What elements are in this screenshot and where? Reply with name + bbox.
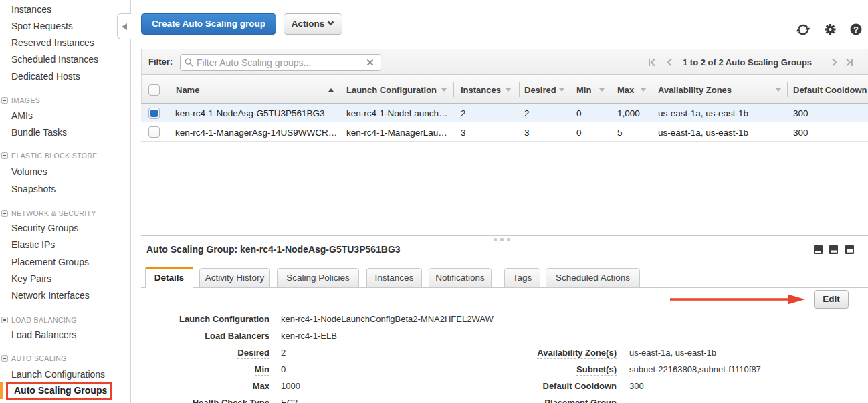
svg-text:?: ?	[853, 25, 859, 35]
